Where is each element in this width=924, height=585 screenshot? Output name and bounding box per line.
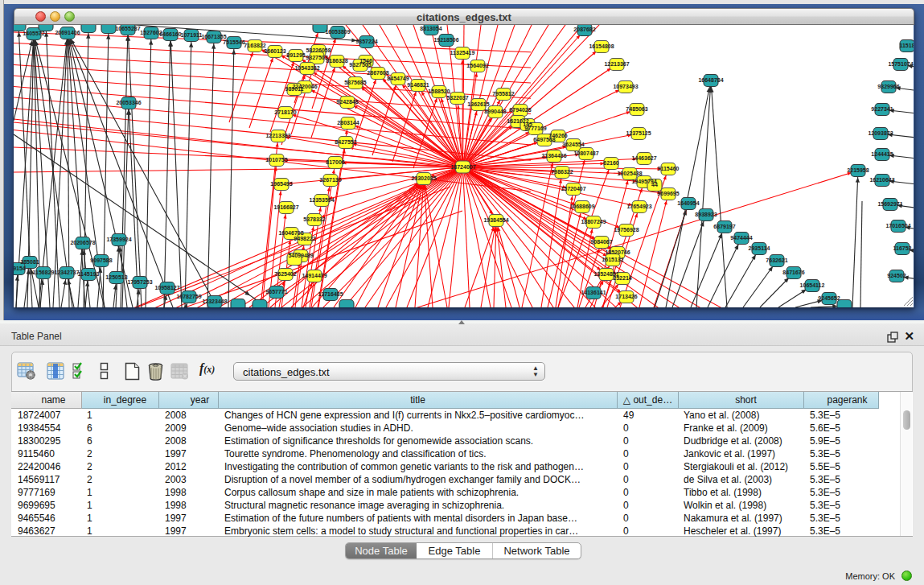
svg-text:20053346: 20053346	[116, 100, 141, 105]
svg-text:11518: 11518	[899, 43, 914, 48]
svg-text:17957253: 17957253	[127, 279, 152, 285]
svg-text:1145193: 1145193	[78, 271, 100, 277]
svg-text:16210643: 16210643	[869, 177, 894, 183]
svg-text:1071911: 1071911	[181, 32, 203, 38]
svg-text:10807487: 10807487	[573, 150, 598, 156]
svg-text:746266: 746266	[548, 133, 567, 138]
svg-text:62160: 62160	[603, 160, 619, 166]
svg-text:6466160: 6466160	[159, 31, 181, 37]
svg-text:39154: 39154	[14, 266, 26, 271]
svg-text:7986322: 7986322	[551, 169, 573, 175]
svg-text:16046708: 16046708	[278, 230, 303, 236]
svg-text:1362615: 1362615	[467, 101, 489, 107]
svg-text:16053809: 16053809	[325, 29, 350, 35]
svg-text:10025438: 10025438	[617, 171, 642, 176]
svg-text:18520746: 18520746	[605, 249, 630, 255]
svg-text:8990448: 8990448	[484, 109, 506, 114]
svg-text:2718170: 2718170	[274, 109, 296, 115]
svg-text:7955812: 7955812	[492, 91, 514, 97]
svg-text:1615132: 1615132	[602, 257, 623, 262]
svg-text:817006: 817006	[326, 159, 344, 165]
svg-text:12375125: 12375125	[626, 130, 651, 136]
svg-text:6879197: 6879197	[713, 224, 735, 229]
svg-text:10782759: 10782759	[176, 294, 201, 299]
svg-text:14463627: 14463627	[631, 155, 656, 161]
svg-text:2803144: 2803144	[337, 120, 359, 126]
svg-text:54099489: 54099489	[288, 253, 313, 258]
svg-text:17016504: 17016504	[885, 223, 910, 229]
svg-text:9245652: 9245652	[818, 295, 840, 301]
svg-text:3624554: 3624554	[562, 142, 584, 147]
svg-text:19166827: 19166827	[273, 204, 298, 210]
svg-text:9327503: 9327503	[306, 55, 327, 60]
svg-text:16671355: 16671355	[201, 34, 226, 39]
svg-text:9115460: 9115460	[658, 166, 680, 171]
svg-text:21364436: 21364436	[541, 153, 566, 159]
svg-text:12353594: 12353594	[309, 197, 334, 203]
svg-text:1405572: 1405572	[23, 31, 44, 36]
svg-text:5875685: 5875685	[344, 80, 366, 85]
svg-text:20691406: 20691406	[55, 30, 80, 35]
svg-text:16154808: 16154808	[589, 43, 614, 49]
svg-text:18724007: 18724007	[450, 164, 475, 170]
svg-text:12213383: 12213383	[265, 133, 290, 138]
svg-text:10958127: 10958127	[154, 285, 179, 290]
svg-text:9498222: 9498222	[294, 236, 315, 241]
svg-text:8471676: 8471676	[782, 270, 804, 275]
svg-text:7515546: 7515546	[223, 39, 244, 45]
svg-text:9227341: 9227341	[871, 106, 893, 112]
svg-text:7625402: 7625402	[274, 271, 296, 277]
svg-text:9327505: 9327505	[349, 62, 371, 68]
svg-text:116753: 116753	[893, 245, 912, 251]
svg-text:5322037: 5322037	[446, 95, 468, 101]
svg-text:1640954: 1640954	[677, 200, 699, 206]
svg-text:58226058: 58226058	[306, 47, 331, 53]
svg-text:14914479: 14914479	[302, 273, 326, 278]
svg-text:9657771: 9657771	[265, 289, 287, 295]
svg-text:989011: 989011	[285, 86, 304, 92]
svg-text:23302035: 23302035	[411, 175, 436, 181]
svg-text:9357224: 9357224	[355, 39, 377, 44]
svg-text:9474444: 9474444	[730, 235, 752, 241]
svg-text:9084067: 9084067	[590, 239, 612, 245]
svg-text:5378332: 5378332	[303, 216, 325, 222]
svg-text:9242848: 9242848	[336, 99, 358, 105]
svg-text:15720407: 15720407	[561, 186, 585, 192]
svg-text:2867608: 2867608	[367, 70, 388, 76]
svg-text:2087682: 2087682	[573, 27, 595, 32]
svg-text:12093873: 12093873	[868, 130, 893, 136]
svg-text:252214: 252214	[613, 275, 631, 281]
svg-text:17359924: 17359924	[106, 237, 131, 242]
svg-text:11325419: 11325419	[450, 50, 475, 56]
svg-text:9329966: 9329966	[877, 84, 899, 89]
svg-text:15751074: 15751074	[888, 61, 913, 67]
svg-text:1564092: 1564092	[466, 63, 488, 68]
svg-text:8660123: 8660123	[264, 48, 285, 54]
svg-text:8186328: 8186328	[326, 58, 347, 64]
svg-text:20206578: 20206578	[70, 240, 95, 245]
svg-text:44: 44	[651, 182, 658, 187]
svg-text:19384554: 19384554	[483, 217, 508, 223]
svg-text:12213367: 12213367	[604, 61, 629, 67]
svg-text:13716485: 13716485	[318, 291, 343, 297]
svg-text:7485063: 7485063	[626, 106, 647, 112]
svg-text:1156829: 1156829	[33, 270, 55, 275]
svg-text:1244415: 1244415	[871, 151, 893, 157]
svg-text:9699695: 9699695	[657, 191, 679, 196]
svg-text:15692971: 15692971	[877, 201, 902, 207]
svg-text:10688609: 10688609	[569, 204, 594, 209]
svg-text:1965493: 1965493	[270, 181, 292, 187]
svg-text:3215958: 3215958	[847, 167, 869, 173]
svg-text:18807249: 18807249	[581, 219, 606, 225]
svg-text:7163822: 7163822	[244, 43, 265, 48]
svg-text:924502: 924502	[887, 273, 906, 278]
svg-text:10973493: 10973493	[613, 84, 638, 89]
svg-text:8427552: 8427552	[335, 139, 356, 145]
svg-text:1588520: 1588520	[428, 89, 450, 94]
svg-text:10655287: 10655287	[115, 26, 140, 31]
svg-text:8813054: 8813054	[420, 26, 441, 31]
svg-text:16648784: 16648784	[698, 77, 723, 83]
svg-text:6794028: 6794028	[509, 107, 531, 113]
svg-text:19756928: 19756928	[614, 227, 639, 233]
svg-text:14136141: 14136141	[581, 290, 606, 295]
